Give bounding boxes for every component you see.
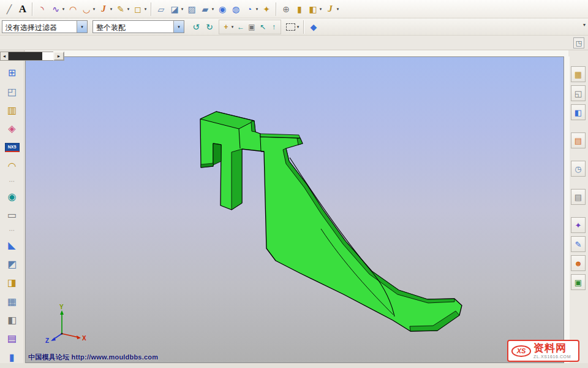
- part-family-icon[interactable]: ◧: [571, 104, 586, 120]
- toolbar-separator: [276, 2, 277, 16]
- nx5-badge[interactable]: NX5: [4, 140, 20, 155]
- dock-bar: [0, 36, 588, 50]
- show-hide-icon[interactable]: ◉: [4, 188, 20, 204]
- orient-icon[interactable]: ↖: [257, 20, 268, 34]
- assembly-navigator-icon[interactable]: ◰: [4, 83, 20, 99]
- toolbar-separator: [151, 2, 152, 16]
- bottom-strip: [0, 363, 588, 368]
- assembly-scope-value: 整个装配: [93, 21, 173, 33]
- bracket-part-model[interactable]: [200, 112, 462, 331]
- scroll-left-button[interactable]: ◄: [0, 52, 9, 61]
- left-resource-bar: ⊞ ◰ ▥ ◈ NX5 ◠ ⋯ ◉ ▭ ⋯ ◣ ◩ ◨ ▦ ◧ ▤ ▮: [0, 50, 24, 368]
- selection-toolbar: 没有选择过滤器 ▾ 整个装配 ▾ ↺ ↻ + ▾ ← ▣ ↖ ↑ ▾ ◆: [0, 18, 588, 36]
- sketch-diamond-icon[interactable]: ◈: [4, 121, 20, 136]
- history-clock-icon[interactable]: ◷: [571, 161, 586, 177]
- through-curves-caret-icon[interactable]: ▾: [179, 2, 185, 17]
- trim-caret-icon[interactable]: ▾: [318, 2, 323, 17]
- shaded-cube-icon[interactable]: ◆: [307, 20, 320, 34]
- information-list-icon[interactable]: ▤: [571, 189, 586, 205]
- layer-settings-icon[interactable]: ▦: [4, 293, 20, 309]
- spline-caret-icon[interactable]: ▾: [61, 2, 66, 17]
- viewport-right-gap: [564, 56, 570, 363]
- restore-window-icon[interactable]: ◳: [573, 37, 584, 48]
- curve-mesh-icon[interactable]: ▨: [185, 2, 198, 17]
- toolbar-separator: [32, 2, 33, 16]
- rectangle-select-icon[interactable]: ▭: [4, 207, 20, 223]
- assembly-navigator-tab-icon[interactable]: ▦: [571, 66, 586, 82]
- scroll-right-button[interactable]: ►: [53, 52, 64, 61]
- reuse-book-icon[interactable]: ▤: [571, 132, 586, 148]
- top-horizontal-scrollbar: ◄ ►: [0, 52, 64, 61]
- nx5-badge-label: NX5: [5, 143, 20, 152]
- forum-watermark: 中国模具论坛 http://www.mouldbbs.com: [28, 353, 158, 362]
- view-wireframe-icon[interactable]: ◩: [4, 256, 20, 272]
- image-capture-icon[interactable]: ▣: [571, 274, 586, 290]
- edit-curve-caret-icon[interactable]: ▾: [126, 2, 131, 17]
- datum-plane-icon[interactable]: ◧: [4, 312, 20, 328]
- update-icon[interactable]: ↺: [189, 20, 203, 34]
- model-extension-side-face: [297, 138, 303, 145]
- selection-filter-combo[interactable]: 没有选择过滤器 ▾: [2, 20, 88, 33]
- watermark-brand-text: 资料网: [533, 343, 571, 353]
- text-tool-icon[interactable]: A: [16, 2, 29, 17]
- selection-filter-value: 没有选择过滤器: [2, 21, 77, 33]
- assembly-scope-dropdown-icon[interactable]: ▾: [173, 21, 184, 33]
- annotation-pencil-icon[interactable]: ✎: [571, 236, 586, 252]
- model-column-side-face: [232, 149, 242, 210]
- part-navigator-icon[interactable]: ⊞: [4, 65, 20, 80]
- back-icon[interactable]: ←: [235, 20, 246, 34]
- snap-point-minibar: + ▾ ← ▣ ↖ ↑: [219, 20, 281, 34]
- workspace-top-strip: [25, 50, 568, 56]
- orientation-triad: Y X Z: [45, 304, 86, 344]
- arc-caret-icon[interactable]: ▾: [91, 2, 97, 17]
- redo-update-icon[interactable]: ↻: [203, 20, 216, 34]
- toolbar-separator: [303, 20, 304, 34]
- rail-separator: ⋯: [5, 178, 20, 185]
- constraint-navigator-icon[interactable]: ◱: [571, 85, 586, 101]
- watermark-domain-text: ZL.XS1616.COM: [533, 355, 571, 359]
- xs-logo: XS: [511, 345, 531, 357]
- dashed-rectangle-glyph: [286, 23, 295, 31]
- model-canvas[interactable]: Y X Z: [26, 57, 565, 364]
- reuse-library-icon[interactable]: ▥: [4, 102, 20, 118]
- selection-filter-dropdown-icon[interactable]: ▾: [77, 21, 87, 33]
- select-rectangle-caret-icon[interactable]: ▾: [295, 20, 301, 34]
- x-form-caret-icon[interactable]: ▾: [335, 2, 341, 17]
- triad-z-label: Z: [45, 337, 49, 344]
- solid-box-icon[interactable]: ▣: [246, 20, 257, 34]
- triad-x-label: X: [82, 335, 86, 342]
- snap-point-caret-icon[interactable]: ▾: [230, 20, 235, 34]
- main-toolbar: ╱ A ◝ ∿ ▾ ◠ ◡ ▾ J ▾ ✎ ▾ ◻ ▾ ▱ ◪ ▾ ▨ ▰ ▾ …: [0, 0, 588, 18]
- arc-icon[interactable]: ◠: [66, 2, 80, 17]
- bridge-caret-icon[interactable]: ▾: [254, 2, 260, 17]
- fillet-caret-icon[interactable]: ▾: [108, 2, 114, 17]
- rectangle-caret-icon[interactable]: ▾: [143, 2, 148, 17]
- sphere-points-icon[interactable]: ◉: [216, 2, 229, 17]
- raise-icon[interactable]: ↑: [268, 20, 279, 34]
- scrollbar-track[interactable]: [9, 52, 53, 61]
- site-watermark: XS 资料网 ZL.XS1616.COM: [507, 340, 579, 362]
- view-studio-icon[interactable]: ◨: [4, 275, 20, 290]
- offset-face-icon[interactable]: ▮: [293, 2, 306, 17]
- roles-book-icon[interactable]: ▤: [4, 331, 20, 346]
- profile-icon[interactable]: ◝: [36, 2, 49, 17]
- studio-surface-icon[interactable]: ✦: [260, 2, 273, 17]
- curve-swoosh-icon[interactable]: ◠: [4, 158, 20, 174]
- view-shaded-icon[interactable]: ◣: [4, 237, 20, 253]
- sketch-line-icon[interactable]: ╱: [2, 2, 16, 17]
- graphics-viewport[interactable]: Y X Z 中国模具论坛 http://www.mouldbbs.com: [25, 56, 564, 363]
- model-slot-face: [213, 144, 221, 165]
- right-toolbar: ▦ ◱ ◧ ▤ ◷ ▤ ✦ ✎ ☻ ▣: [570, 59, 587, 290]
- nx-cad-window: { "glyphs": { "caret": "▾", "scroll_left…: [0, 0, 588, 368]
- color-palette-icon[interactable]: ✦: [571, 217, 586, 233]
- move-face-icon[interactable]: ⊕: [279, 2, 293, 17]
- scrollbar-thumb[interactable]: [9, 52, 42, 60]
- ruled-surface-icon[interactable]: ▱: [154, 2, 168, 17]
- roles-people-icon[interactable]: ☻: [571, 255, 586, 271]
- assembly-scope-combo[interactable]: 整个装配 ▾: [92, 20, 184, 33]
- n-sided-surface-icon[interactable]: ◍: [229, 2, 243, 17]
- swept-caret-icon[interactable]: ▾: [210, 2, 216, 17]
- rail-separator: ⋯: [5, 227, 20, 234]
- triad-y-label: Y: [59, 304, 64, 310]
- toolbar-overflow-icon[interactable]: ▾: [583, 22, 586, 28]
